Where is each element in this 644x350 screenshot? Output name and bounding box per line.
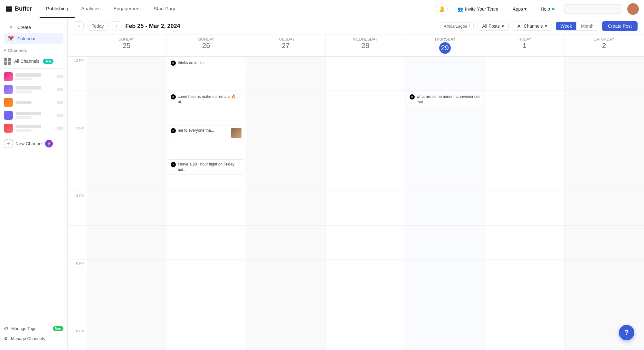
sidebar-channel-2[interactable] <box>0 83 67 96</box>
sidebar-divider <box>4 68 63 69</box>
time-label-3 <box>68 158 87 192</box>
sidebar-channel-5[interactable] <box>0 122 67 135</box>
channel-avatar-5 <box>4 124 13 133</box>
sidebar-item-manage-channels[interactable]: ⚙ Manage Channels <box>0 334 67 344</box>
chevron-channels-icon: ▾ <box>545 24 547 29</box>
cal-cell-3-4 <box>405 158 485 192</box>
cal-cell-4-3 <box>326 192 405 225</box>
post-card-post1[interactable]: ✕thinks on #spiri... <box>168 58 244 68</box>
sidebar: ≡ Create 📅 Calendar ▾ Channels All Chann… <box>0 18 68 350</box>
nav-right: 🔔 👥 Invite Your Team Apps ▾ Help <box>436 3 639 15</box>
cal-header-friday: Friday1 <box>485 34 564 56</box>
cal-header-wednesday: Wednesday28 <box>326 34 405 56</box>
month-view-button[interactable]: Month <box>576 22 598 30</box>
buffer-logo[interactable]: Buffer <box>5 5 32 13</box>
channel-name-3 <box>15 101 32 104</box>
channel-name-5 <box>15 125 41 128</box>
create-post-button[interactable]: Create Post <box>602 21 638 31</box>
cal-cell-7-2 <box>246 293 326 327</box>
post-card-post2[interactable]: ✕come help us make our emails 🔥 at... <box>168 92 244 107</box>
sidebar-channel-4[interactable] <box>0 109 67 122</box>
cal-row-8: 8 PM <box>68 327 644 350</box>
post-text: thinks on #spiri... <box>178 60 242 66</box>
cal-row-4: 4 PM <box>68 192 644 226</box>
calendar-icon: 📅 <box>8 35 14 42</box>
invite-icon: 👥 <box>458 6 463 12</box>
cal-cell-2-6 <box>564 124 644 158</box>
channel-name-1 <box>15 73 41 77</box>
prev-arrow[interactable]: ‹ <box>74 21 84 31</box>
cal-row-3: ✕I have a 20+ hour flight on Friday but.… <box>68 158 644 192</box>
all-posts-filter[interactable]: All Posts ▾ <box>478 22 509 31</box>
cal-cell-4-4 <box>405 192 485 225</box>
cal-cell-3-5 <box>485 158 564 192</box>
cal-cell-5-1 <box>166 226 246 259</box>
date-range: Feb 25 - Mar 2, 2024 <box>125 23 180 30</box>
view-toggle: Week Month <box>556 22 598 31</box>
chevron-icon: ▾ <box>4 48 6 53</box>
apps-button[interactable]: Apps ▾ <box>508 4 531 14</box>
tab-analytics[interactable]: Analytics <box>75 0 107 18</box>
channel-name-block-4 <box>15 112 54 119</box>
cal-cell-3-3 <box>326 158 405 192</box>
tab-publishing[interactable]: Publishing <box>40 0 75 18</box>
info-icon: ℹ <box>469 24 470 28</box>
sidebar-item-calendar[interactable]: 📅 Calendar <box>4 33 63 44</box>
channel-name-block-5 <box>15 125 54 132</box>
cal-cell-0-0 <box>87 57 166 90</box>
post-card-post3[interactable]: ✕me to everyone tha... <box>168 126 244 140</box>
channel-action-5 <box>57 127 63 130</box>
cal-header-monday: Monday26 <box>166 34 246 56</box>
cal-cell-7-5 <box>485 293 564 327</box>
channel-sub-4 <box>15 116 32 119</box>
grid-icon <box>4 58 11 65</box>
cal-cell-8-1 <box>166 327 246 350</box>
calendar-area: ‹ Today › Feb 25 - Mar 2, 2024 Africa/La… <box>68 18 644 350</box>
cal-cell-8-5 <box>485 327 564 350</box>
week-view-button[interactable]: Week <box>556 22 577 30</box>
cal-cell-6-3 <box>326 260 405 293</box>
post-card-post5[interactable]: ✕what are some minor inconveniences that… <box>407 92 483 107</box>
calendar-grid: Sunday25Monday26Tuesday27Wednesday28Thur… <box>68 34 644 350</box>
tab-engagement[interactable]: Engagement <box>107 0 147 18</box>
sidebar-channel-1[interactable] <box>0 70 67 83</box>
help-button[interactable]: Help <box>536 4 559 14</box>
channel-avatar-2 <box>4 85 13 94</box>
cal-cell-0-6 <box>564 57 644 90</box>
tab-start-page[interactable]: Start Page <box>147 0 183 18</box>
sidebar-new-channel[interactable]: + New Channel ⚡ <box>0 137 67 150</box>
sidebar-channel-3[interactable] <box>0 96 67 109</box>
search-input[interactable] <box>564 4 622 14</box>
next-arrow[interactable]: › <box>112 21 121 31</box>
channel-name-block-1 <box>15 73 54 80</box>
sidebar-item-create[interactable]: ≡ Create <box>4 22 63 33</box>
cal-cell-7-1 <box>166 293 246 327</box>
calendar-toolbar: ‹ Today › Feb 25 - Mar 2, 2024 Africa/La… <box>68 18 644 34</box>
cal-cell-4-0 <box>87 192 166 225</box>
time-label-5 <box>68 226 87 259</box>
invite-team-button[interactable]: 👥 Invite Your Team <box>453 4 503 14</box>
channel-name-4 <box>15 112 41 115</box>
post-card-post4[interactable]: ✕I have a 20+ hour flight on Friday but.… <box>168 159 244 175</box>
sidebar-item-manage-tags[interactable]: 🏷 Manage Tags New <box>0 324 67 334</box>
cal-cell-0-1: ✕thinks on #spiri... <box>166 57 246 90</box>
cal-cell-8-2 <box>246 327 326 350</box>
channel-sub-2 <box>15 90 32 93</box>
today-button[interactable]: Today <box>88 22 108 31</box>
cal-cell-1-0 <box>87 90 166 124</box>
cal-header-sunday: Sunday25 <box>87 34 166 56</box>
x-platform-icon: ✕ <box>171 128 176 133</box>
notifications-button[interactable]: 🔔 <box>436 3 448 15</box>
cal-cell-5-3 <box>326 226 405 259</box>
x-platform-icon: ✕ <box>171 61 176 66</box>
x-platform-icon: ✕ <box>171 94 176 99</box>
time-label-6: 6 PM <box>68 260 87 293</box>
sidebar-item-all-channels[interactable]: All Channels Beta <box>0 55 67 67</box>
cal-cell-8-3 <box>326 327 405 350</box>
avatar[interactable] <box>627 3 639 15</box>
all-channels-filter[interactable]: All Channels ▾ <box>513 22 552 31</box>
logo-text: Buffer <box>15 5 32 12</box>
help-float-button[interactable]: ? <box>619 325 634 340</box>
cal-cell-4-6 <box>564 192 644 225</box>
cal-row-5 <box>68 226 644 260</box>
